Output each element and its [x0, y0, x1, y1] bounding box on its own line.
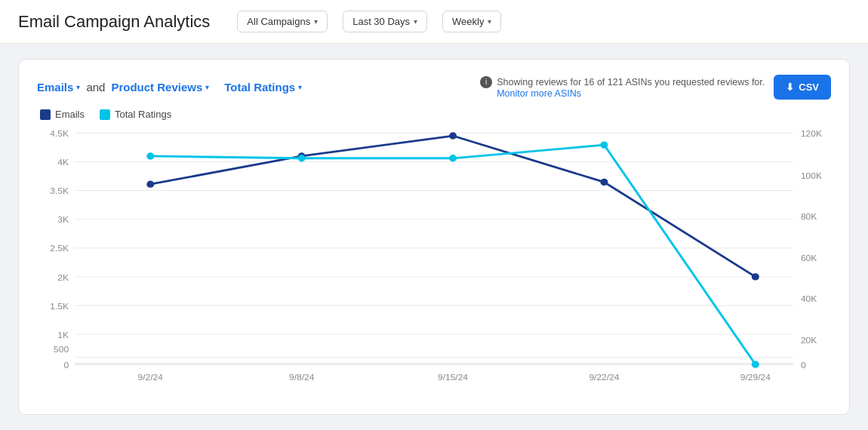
period-filter[interactable]: Last 30 Days ▾ [343, 11, 427, 32]
period-filter-label: Last 30 Days [352, 16, 410, 27]
csv-label: CSV [799, 81, 819, 93]
svg-text:0: 0 [801, 361, 806, 370]
frequency-chevron-icon: ▾ [488, 17, 491, 26]
svg-text:9/2/24: 9/2/24 [138, 373, 164, 382]
main-content: Emails ▾ and Product Reviews ▾ Total Rat… [0, 44, 868, 430]
email-dot-3 [449, 132, 457, 139]
rating-dot-1 [146, 152, 154, 159]
emails-filter-label[interactable]: Emails [37, 81, 73, 94]
frequency-filter[interactable]: Weekly ▾ [442, 11, 501, 32]
svg-text:1K: 1K [57, 330, 69, 339]
campaigns-filter[interactable]: All Campaigns ▾ [237, 11, 328, 32]
campaigns-filter-label: All Campaigns [247, 16, 310, 27]
svg-text:20K: 20K [801, 336, 817, 346]
chart-legend: Emails Total Ratings [37, 109, 831, 120]
total-ratings-label[interactable]: Total Ratings [224, 81, 295, 94]
reviews-chevron-icon[interactable]: ▾ [205, 83, 209, 91]
svg-text:60K: 60K [801, 253, 817, 263]
svg-text:3.5K: 3.5K [50, 187, 69, 196]
svg-text:4K: 4K [57, 158, 69, 167]
rating-dot-5 [752, 361, 759, 367]
chart-svg: 4.5K 4K 3.5K 3K 2.5K 2K 1.5K 1K 500 0 12… [37, 126, 831, 385]
ratings-chevron-icon[interactable]: ▾ [298, 83, 302, 91]
chart-filters: Emails ▾ and Product Reviews ▾ Total Rat… [37, 81, 302, 94]
svg-text:4.5K: 4.5K [50, 129, 69, 138]
rating-dot-4 [600, 141, 608, 148]
ratings-line [150, 145, 756, 364]
info-text-block: i Showing reviews for 16 of 121 ASINs yo… [480, 76, 765, 99]
product-reviews-label[interactable]: Product Reviews [111, 81, 202, 94]
info-icon: i [480, 76, 492, 88]
chart-header: Emails ▾ and Product Reviews ▾ Total Rat… [37, 75, 831, 100]
svg-text:0: 0 [63, 361, 69, 370]
campaigns-chevron-icon: ▾ [314, 17, 318, 26]
page-header: Email Campaign Analytics All Campaigns ▾… [0, 0, 868, 44]
download-icon: ⬇ [786, 81, 794, 93]
svg-text:40K: 40K [801, 295, 817, 304]
monitor-asins-link[interactable]: Monitor more ASINs [497, 88, 581, 99]
chart-card: Emails ▾ and Product Reviews ▾ Total Rat… [18, 59, 850, 415]
svg-text:120K: 120K [801, 129, 822, 138]
legend-total-ratings: Total Ratings [100, 109, 171, 120]
svg-text:9/22/24: 9/22/24 [589, 373, 620, 382]
email-dot-4 [600, 179, 608, 186]
svg-text:3K: 3K [57, 216, 69, 225]
csv-download-button[interactable]: ⬇ CSV [774, 75, 831, 100]
svg-text:80K: 80K [801, 212, 817, 221]
svg-text:9/8/24: 9/8/24 [289, 373, 315, 382]
period-chevron-icon: ▾ [414, 17, 417, 26]
emails-legend-color [40, 109, 51, 120]
info-description: Showing reviews for 16 of 121 ASINs you … [497, 77, 765, 88]
svg-text:9/15/24: 9/15/24 [438, 373, 469, 382]
rating-dot-3 [449, 155, 457, 161]
emails-chevron-icon[interactable]: ▾ [76, 83, 80, 91]
svg-text:500: 500 [54, 346, 69, 355]
ratings-legend-color [100, 109, 110, 120]
svg-text:2K: 2K [57, 273, 69, 282]
svg-text:2.5K: 2.5K [50, 244, 69, 253]
rating-dot-2 [298, 155, 306, 161]
svg-text:100K: 100K [801, 171, 822, 180]
frequency-filter-label: Weekly [452, 16, 484, 27]
and-separator: and [86, 81, 105, 94]
svg-text:9/29/24: 9/29/24 [740, 373, 771, 382]
ratings-legend-label: Total Ratings [115, 109, 171, 120]
page-title: Email Campaign Analytics [18, 12, 210, 32]
email-dot-1 [146, 181, 154, 188]
info-section: i Showing reviews for 16 of 121 ASINs yo… [480, 75, 831, 100]
emails-legend-label: Emails [55, 109, 85, 120]
chart-area: 4.5K 4K 3.5K 3K 2.5K 2K 1.5K 1K 500 0 12… [37, 126, 831, 385]
email-dot-5 [752, 273, 759, 280]
legend-emails: Emails [40, 109, 85, 120]
svg-text:1.5K: 1.5K [50, 302, 69, 311]
